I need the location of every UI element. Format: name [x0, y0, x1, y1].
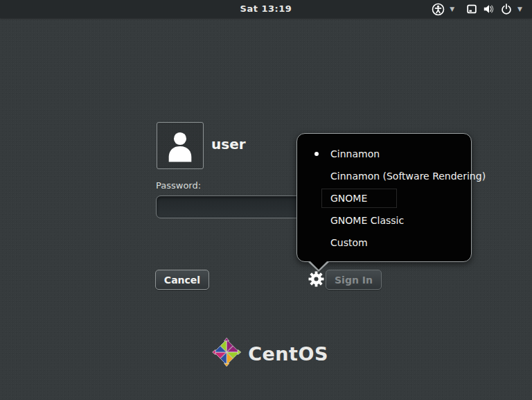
centos-logo-icon	[212, 338, 241, 369]
chevron-down-icon: ▼	[450, 0, 454, 18]
gear-icon	[308, 271, 324, 287]
user-avatar[interactable]	[157, 122, 204, 169]
volume-icon	[483, 3, 495, 15]
password-label: Password:	[156, 180, 201, 191]
username-label: user	[211, 136, 246, 153]
session-item-gnome-classic[interactable]: GNOME Classic	[297, 209, 471, 232]
session-gear-button[interactable]	[308, 271, 324, 287]
sign-in-button[interactable]: Sign In	[326, 270, 382, 290]
power-icon	[500, 3, 513, 15]
selected-dot-icon	[314, 152, 319, 156]
session-item-label: Cinnamon (Software Rendering)	[330, 171, 486, 182]
network-wired-icon	[466, 3, 478, 15]
session-item-label: Custom	[330, 237, 368, 248]
user-avatar-icon	[160, 125, 200, 168]
clock[interactable]: Sat 13:19	[240, 0, 292, 18]
session-item-cinnamon[interactable]: Cinnamon	[297, 143, 471, 165]
accessibility-menu[interactable]: ▼	[426, 0, 460, 18]
session-item-custom[interactable]: Custom	[297, 232, 471, 254]
status-tray: ▼	[426, 0, 528, 18]
system-status-menu[interactable]: ▼	[460, 0, 528, 18]
session-item-label: GNOME Classic	[330, 215, 404, 226]
session-menu-popup: Cinnamon Cinnamon (Software Rendering) G…	[296, 133, 472, 262]
login-screen: Sat 13:19 ▼	[0, 0, 532, 400]
chevron-down-icon: ▼	[517, 0, 522, 18]
session-item-gnome[interactable]: GNOME	[297, 187, 471, 209]
brand: CentOS	[212, 338, 328, 369]
accessibility-icon	[432, 3, 445, 16]
session-item-label: GNOME	[321, 189, 397, 208]
popup-tail	[309, 260, 328, 270]
password-input[interactable]	[156, 195, 319, 218]
cancel-button[interactable]: Cancel	[155, 270, 209, 290]
session-item-cinnamon-software[interactable]: Cinnamon (Software Rendering)	[297, 165, 471, 187]
session-item-label: Cinnamon	[330, 148, 380, 159]
top-bar: Sat 13:19 ▼	[0, 0, 532, 18]
brand-name: CentOS	[248, 343, 328, 365]
